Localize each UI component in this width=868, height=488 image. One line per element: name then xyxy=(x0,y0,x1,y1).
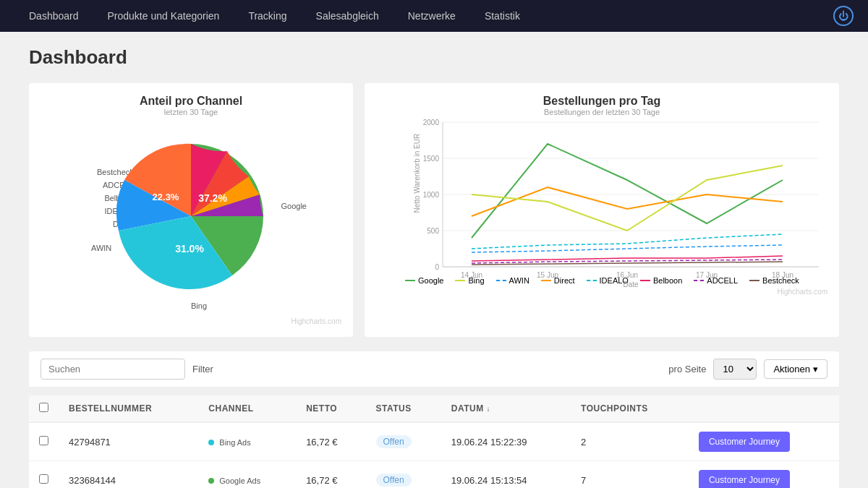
select-all-checkbox[interactable] xyxy=(39,403,48,412)
legend-direct: Direct xyxy=(541,276,575,285)
pie-chart-subtitle: letzten 30 Tage xyxy=(41,108,341,116)
cell-netto-1: 16,72 € xyxy=(296,461,365,489)
legend-bing: Bing xyxy=(455,276,484,285)
power-icon[interactable]: ⏻ xyxy=(833,6,854,26)
main-nav: Dashboard Produkte und Kategorien Tracki… xyxy=(0,0,868,32)
pie-chart-card: Anteil pro Channel letzten 30 Tage Bestc… xyxy=(29,83,353,337)
legend-idealo: IDEALO xyxy=(587,276,629,285)
nav-produkte[interactable]: Produkte und Kategorien xyxy=(93,0,234,32)
svg-text:31.0%: 31.0% xyxy=(175,243,204,254)
cell-bestellnummer-1: 323684144 xyxy=(59,461,198,489)
orders-table-wrap: BESTELLNUMMER CHANNEL NETTO STATUS DATUM… xyxy=(29,395,839,488)
legend-google: Google xyxy=(405,276,443,285)
svg-text:1500: 1500 xyxy=(423,155,440,163)
orders-table: BESTELLNUMMER CHANNEL NETTO STATUS DATUM… xyxy=(29,395,839,488)
row-checkbox-0 xyxy=(29,422,59,461)
customer-journey-button-1[interactable]: Customer Journey xyxy=(699,470,790,488)
nav-salesabgleich[interactable]: Salesabgleich xyxy=(302,0,393,32)
svg-text:37.2%: 37.2% xyxy=(198,192,227,204)
row-check-1[interactable] xyxy=(39,474,48,484)
page-title: Dashboard xyxy=(29,46,839,69)
datum-sort-icon: ↓ xyxy=(487,405,491,413)
cell-datum-1: 19.06.24 15:13:54 xyxy=(441,461,571,489)
cell-status-1: Offen xyxy=(366,461,441,489)
cell-touchpoints-1: 7 xyxy=(571,461,689,489)
table-header-row: BESTELLNUMMER CHANNEL NETTO STATUS DATUM… xyxy=(29,395,839,422)
cell-action-0: Customer Journey xyxy=(689,422,839,461)
header-action xyxy=(689,395,839,422)
cell-netto-0: 16,72 € xyxy=(296,422,365,461)
nav-dashboard[interactable]: Dashboard xyxy=(14,0,93,32)
header-checkbox xyxy=(29,395,59,422)
table-row: 323684144 Google Ads 16,72 € Offen 19.06… xyxy=(29,461,839,489)
per-page-label: pro Seite xyxy=(668,364,706,374)
header-datum[interactable]: DATUM ↓ xyxy=(441,395,571,422)
y-axis-label: Netto Warenkorb in EUR xyxy=(413,134,421,213)
cell-channel-1: Google Ads xyxy=(198,461,296,489)
aktionen-label: Aktionen xyxy=(773,364,810,374)
pie-chart-title: Anteil pro Channel xyxy=(41,95,341,108)
nav-statistik[interactable]: Statistik xyxy=(470,0,535,32)
svg-text:500: 500 xyxy=(427,227,439,235)
line-chart-svg: 2000 1500 1000 500 0 14 Jun 15 Jun 16 Ju… xyxy=(405,122,827,267)
aktionen-button[interactable]: Aktionen ▾ xyxy=(764,359,827,379)
header-netto: NETTO xyxy=(296,395,365,422)
cell-bestellnummer-0: 42794871 xyxy=(59,422,198,461)
per-page-select[interactable]: 10 25 50 100 xyxy=(713,359,757,380)
aktionen-chevron: ▾ xyxy=(813,364,818,374)
nav-tracking[interactable]: Tracking xyxy=(234,0,301,32)
row-checkbox-1 xyxy=(29,461,59,489)
customer-journey-button-0[interactable]: Customer Journey xyxy=(699,432,790,452)
svg-text:22.3%: 22.3% xyxy=(153,192,179,202)
toolbar: Filter pro Seite 10 25 50 100 Aktionen ▾ xyxy=(29,351,839,387)
svg-text:1000: 1000 xyxy=(423,191,440,199)
legend-awin: AWIN xyxy=(496,276,529,285)
filter-label: Filter xyxy=(192,364,213,374)
line-chart-subtitle: Bestellungen der letzten 30 Tage xyxy=(376,108,827,116)
pie-label-google: Google xyxy=(281,202,307,210)
line-highcharts-attr: Highcharts.com xyxy=(405,288,827,296)
line-chart-card: Bestellungen pro Tag Bestellungen der le… xyxy=(365,83,839,337)
line-chart-title: Bestellungen pro Tag xyxy=(376,95,827,108)
cell-channel-0: Bing Ads xyxy=(198,422,296,461)
pie-label-bing: Bing xyxy=(191,301,207,310)
header-channel: CHANNEL xyxy=(198,395,296,422)
pie-svg: 37.2% 22.3% 31.0% xyxy=(111,137,271,296)
legend-belboon: Belboon xyxy=(640,276,682,285)
page-content: Dashboard Anteil pro Channel letzten 30 … xyxy=(0,32,868,488)
header-status: STATUS xyxy=(366,395,441,422)
nav-netzwerke[interactable]: Netzwerke xyxy=(393,0,470,32)
pie-highcharts-attr: Highcharts.com xyxy=(41,317,341,325)
cell-datum-0: 19.06.24 15:22:39 xyxy=(441,422,571,461)
cell-action-1: Customer Journey xyxy=(689,461,839,489)
table-body: 42794871 Bing Ads 16,72 € Offen 19.06.24… xyxy=(29,422,839,488)
cell-touchpoints-0: 2 xyxy=(571,422,689,461)
line-legend: Google Bing AWIN Direct xyxy=(405,276,827,285)
charts-row: Anteil pro Channel letzten 30 Tage Bestc… xyxy=(29,83,839,337)
search-input[interactable] xyxy=(41,359,185,380)
pie-label-awin: AWIN xyxy=(91,244,111,252)
header-bestellnummer: BESTELLNUMMER xyxy=(59,395,198,422)
legend-bestcheck: Bestcheck xyxy=(749,276,799,285)
row-check-0[interactable] xyxy=(39,436,48,445)
table-row: 42794871 Bing Ads 16,72 € Offen 19.06.24… xyxy=(29,422,839,461)
header-touchpoints: TOUCHPOINTS xyxy=(571,395,689,422)
cell-status-0: Offen xyxy=(366,422,441,461)
svg-text:2000: 2000 xyxy=(423,119,440,127)
legend-adcell: ADCELL xyxy=(694,276,738,285)
svg-text:0: 0 xyxy=(435,263,439,271)
